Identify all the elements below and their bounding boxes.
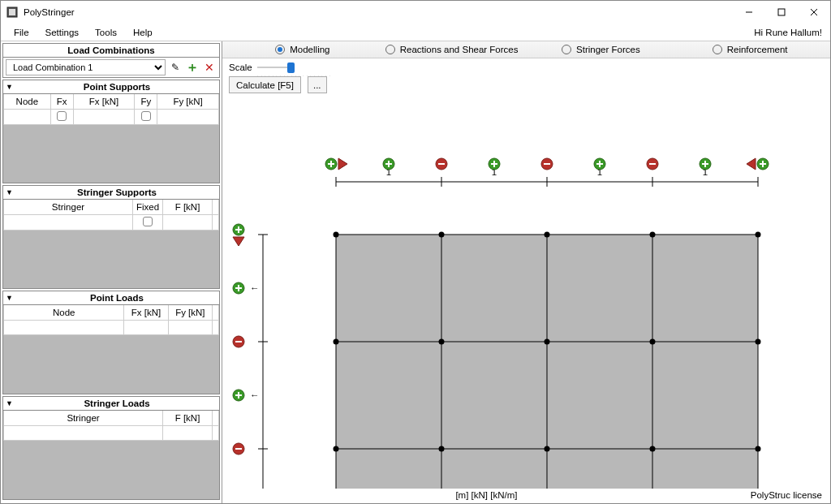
col-node: Node xyxy=(4,305,124,320)
tab-modelling[interactable]: Modelling xyxy=(232,45,373,54)
maximize-button[interactable] xyxy=(765,1,798,24)
calculate-button[interactable]: Calculate [F5] xyxy=(229,76,301,93)
radio-icon xyxy=(385,45,395,54)
panel-title-stringer-supports: Stringer Supports xyxy=(15,187,219,197)
menu-settings[interactable]: Settings xyxy=(37,26,88,39)
delete-load-combination-button[interactable]: ✕ xyxy=(202,60,217,75)
panel-point-loads: ▼Point Loads Node Fx [kN] Fy [kN] xyxy=(2,291,220,394)
collapse-icon[interactable]: ▼ xyxy=(3,83,15,91)
panel-title-point-loads: Point Loads xyxy=(15,293,219,303)
svg-point-89 xyxy=(756,232,761,238)
footer: [m] [kN] [kN/m] PolyStruc license xyxy=(222,489,830,503)
table-row[interactable] xyxy=(4,214,219,230)
checkbox-fy[interactable] xyxy=(141,111,151,121)
col-stringer: Stringer xyxy=(4,200,133,214)
panel-title-stringer-loads: Stringer Loads xyxy=(15,398,219,408)
panel-load-combinations: Load Combinations Load Combination 1 ✎ ＋… xyxy=(2,43,220,78)
edit-icon[interactable]: ✎ xyxy=(168,60,183,75)
svg-point-81 xyxy=(545,232,550,238)
collapse-icon[interactable]: ▼ xyxy=(3,294,15,302)
svg-text:←: ← xyxy=(250,283,260,293)
radio-icon xyxy=(713,45,722,54)
svg-point-83 xyxy=(545,446,550,452)
col-fkn: F [kN] xyxy=(163,200,213,214)
panel-title-load-combinations: Load Combinations xyxy=(3,45,219,55)
svg-point-85 xyxy=(650,232,656,238)
col-fxkn: Fx [kN] xyxy=(124,305,168,320)
load-combination-select[interactable]: Load Combination 1 xyxy=(6,59,166,75)
svg-rect-1 xyxy=(9,9,15,15)
svg-point-87 xyxy=(650,446,656,452)
col-fixed: Fixed xyxy=(133,200,163,214)
col-node: Node xyxy=(4,94,51,109)
radio-icon xyxy=(562,45,571,54)
panel-point-supports: ▼Point Supports Node Fx Fx [kN] Fy Fy [k… xyxy=(2,80,220,183)
panel-stringer-supports: ▼Stringer Supports Stringer Fixed F [kN] xyxy=(2,185,220,289)
col-fxkn: Fx [kN] xyxy=(73,94,135,109)
control-row: Scale ···················· xyxy=(222,58,830,76)
svg-point-77 xyxy=(439,232,445,238)
col-fykn: Fy [kN] xyxy=(157,94,219,109)
scale-label: Scale xyxy=(229,62,252,72)
table-row[interactable] xyxy=(4,109,219,124)
collapse-icon[interactable]: ▼ xyxy=(3,399,15,407)
radio-icon xyxy=(275,45,285,54)
stringer-loads-table: Stringer F [kN] xyxy=(3,411,219,441)
collapse-icon[interactable]: ▼ xyxy=(3,188,15,196)
window-title: PolyStringer xyxy=(24,7,75,17)
svg-text:←: ← xyxy=(250,390,260,400)
main-area: Modelling Reactions and Shear Forces Str… xyxy=(222,41,830,503)
title-bar: PolyStringer xyxy=(1,1,830,24)
svg-point-91 xyxy=(756,446,761,452)
minimize-button[interactable] xyxy=(733,1,765,24)
side-panel: Load Combinations Load Combination 1 ✎ ＋… xyxy=(1,41,222,503)
svg-point-74 xyxy=(334,339,339,345)
col-fykn: Fy [kN] xyxy=(168,305,212,320)
col-fx: Fx xyxy=(50,94,73,109)
license-label: PolyStruc license xyxy=(751,490,822,500)
point-supports-table: Node Fx Fx [kN] Fy Fy [kN] xyxy=(3,94,219,125)
view-tabs: Modelling Reactions and Shear Forces Str… xyxy=(222,41,830,58)
checkbox-fx[interactable] xyxy=(57,111,67,121)
add-load-combination-button[interactable]: ＋ xyxy=(185,60,200,75)
user-greeting: Hi Rune Hallum! xyxy=(754,28,830,37)
checkbox-fixed[interactable] xyxy=(143,217,153,226)
col-stringer: Stringer xyxy=(4,411,163,425)
tab-reactions[interactable]: Reactions and Shear Forces xyxy=(381,45,523,54)
tab-reinforcement[interactable]: Reinforcement xyxy=(679,45,820,54)
more-button[interactable]: ... xyxy=(308,76,327,93)
menu-help[interactable]: Help xyxy=(125,26,161,39)
point-loads-table: Node Fx [kN] Fy [kN] xyxy=(3,305,219,335)
menu-tools[interactable]: Tools xyxy=(87,26,125,39)
table-row[interactable] xyxy=(4,320,219,334)
svg-point-79 xyxy=(439,446,445,452)
model-canvas[interactable]: 1111 ←←← xyxy=(222,97,830,489)
app-icon xyxy=(6,6,19,19)
svg-point-73 xyxy=(334,232,339,238)
svg-point-75 xyxy=(334,446,339,452)
svg-point-82 xyxy=(545,339,550,345)
tab-stringer-forces[interactable]: Stringer Forces xyxy=(531,45,672,54)
scale-slider[interactable]: ···················· xyxy=(257,62,295,73)
col-fkn: F [kN] xyxy=(163,411,213,425)
svg-point-90 xyxy=(756,339,761,345)
units-label: [m] [kN] [kN/m] xyxy=(222,490,751,500)
svg-point-86 xyxy=(650,339,656,345)
stringer-supports-table: Stringer Fixed F [kN] xyxy=(3,200,219,230)
col-fy: Fy xyxy=(135,94,157,109)
menu-file[interactable]: File xyxy=(6,26,37,39)
menu-bar: File Settings Tools Help Hi Rune Hallum! xyxy=(1,24,830,41)
panel-title-point-supports: Point Supports xyxy=(15,82,219,92)
panel-stringer-loads: ▼Stringer Loads Stringer F [kN] xyxy=(2,396,220,500)
close-button[interactable] xyxy=(798,1,830,24)
svg-rect-3 xyxy=(778,9,785,15)
svg-point-78 xyxy=(439,339,445,345)
table-row[interactable] xyxy=(4,425,219,440)
